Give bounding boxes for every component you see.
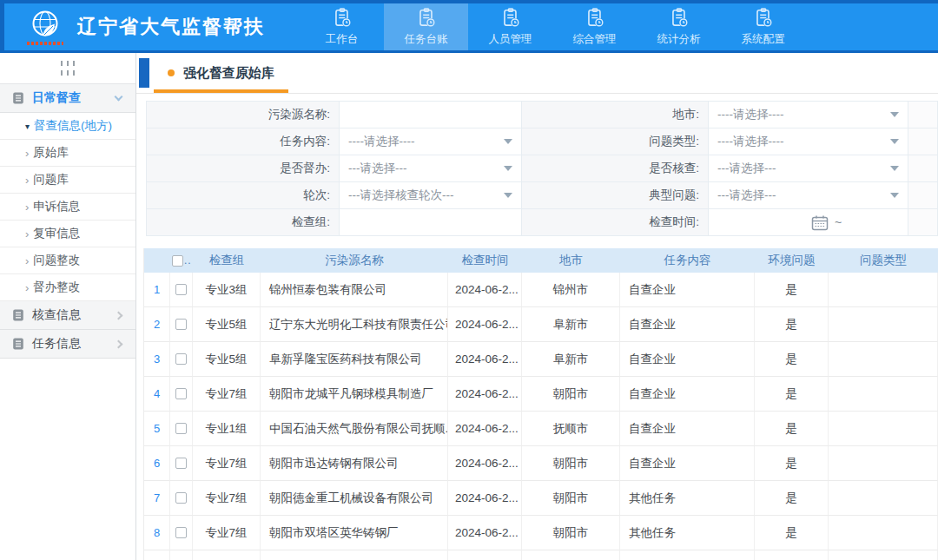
sidebar-group-verification-info[interactable]: 核查信息 [0,301,135,330]
cell-group: 专业3组 [193,273,261,307]
cell-name: 辽宁东大光明化工科技有限责任公司 [261,307,448,342]
task-content-select[interactable]: ----请选择---- [340,128,522,155]
nav-tab-workbench[interactable]: 工作台 [300,3,384,50]
nav-tab-label: 任务台账 [405,32,448,47]
cell-city: 朝阳市 [522,377,620,412]
chevron-right-icon: › [25,281,29,294]
cell-env: 是 [755,377,829,412]
cell-type [829,342,938,377]
nav-tab-personnel[interactable]: 人员管理 [468,3,552,50]
sidebar-item-raw-library[interactable]: › 原始库 [0,140,135,167]
row-checkbox[interactable] [175,353,187,365]
sidebar-item-supervise-rectify[interactable]: › 督办整改 [0,274,135,301]
cell-city: 锦州市 [522,273,620,307]
nav-tab-general-mgmt[interactable]: 综合管理 [552,3,637,50]
typical-problem-select[interactable]: ---请选择--- [709,182,908,209]
clipboard-clock-icon [752,7,775,30]
nav-tab-label: 系统配置 [742,32,785,47]
cell-name: 锦州恒泰包装有限公司 [261,273,448,307]
sidebar-collapse-button[interactable] [0,53,135,84]
cell-task: 其他任务 [620,516,755,550]
sidebar-group-daily-supervision[interactable]: 日常督查 [0,84,135,113]
cell-time: 2024-06-2... [448,342,522,377]
row-checkbox[interactable] [175,492,187,504]
cell-name: 朝阳市龙城平凡钢球模具制造厂 [261,377,448,412]
row-number: 6 [144,446,170,481]
table-row[interactable]: 3 专业5组 阜新孚隆宝医药科技有限公司 2024-06-2... 阜新市 自查… [144,342,938,377]
row-checkbox[interactable] [175,458,187,469]
cell-task: 自查企业 [620,342,755,377]
table-row[interactable]: 5 专业1组 中国石油天然气股份有限公司抚顺... 2024-06-2... 抚… [144,412,938,446]
dropdown-caret-icon [890,112,899,122]
field-label-problem-type: 问题类型: [522,128,709,155]
is-verified-select[interactable]: ---请选择--- [709,155,908,182]
sidebar-item-supervision-info-local[interactable]: ▾ 督查信息(地方) [0,113,135,140]
sidebar-item-review-info[interactable]: › 复审信息 [0,221,135,247]
inspection-time-field[interactable]: ~ [709,209,908,236]
row-checkbox[interactable] [175,388,187,399]
cell-time: 2024-06-2... [448,412,522,446]
cell-group: 专业7组 [193,446,261,481]
dropdown-caret-icon [890,139,899,148]
table-row[interactable]: 1 专业3组 锦州恒泰包装有限公司 2024-06-2... 锦州市 自查企业 … [144,273,938,307]
sidebar-item-problem-library[interactable]: › 问题库 [0,167,135,194]
cell-time: 2024-06-2... [448,377,522,412]
row-checkbox[interactable] [175,423,187,434]
sidebar-group-label: 任务信息 [32,336,81,352]
cell-env: 是 [755,481,829,516]
tab-enhanced-supervision-raw-library[interactable]: 强化督查原始库 [154,53,288,93]
col-header-city: 地市 [522,248,620,273]
row-checkbox[interactable] [175,284,187,295]
sidebar-item-appeal-info[interactable]: › 申诉信息 [0,194,135,221]
sidebar-menu: 日常督查 ▾ 督查信息(地方) › 原始库 › 问题库 › 申诉信息 › 复审信… [0,84,135,359]
cell-group: 专业1组 [193,412,261,446]
nav-tab-task-ledger[interactable]: 任务台账 [384,3,468,50]
field-label-typical-problem: 典型问题: [522,182,709,209]
calendar-icon[interactable] [811,214,829,231]
select-all-checkbox[interactable] [172,255,183,267]
table-row[interactable]: 8 专业7组 朝阳市双塔区英华铸钢厂 2024-06-2... 朝阳市 其他任务… [144,516,938,550]
cell-task: 自查企业 [620,412,755,446]
table-row[interactable]: 2 专业5组 辽宁东大光明化工科技有限责任公司 2024-06-2... 阜新市… [144,307,938,342]
city-select[interactable]: ----请选择---- [709,102,908,128]
field-label-pollution-source: 污染源名称: [147,102,340,128]
pollution-source-input[interactable] [348,104,512,125]
problem-type-select[interactable]: ----请选择---- [709,128,908,155]
sidebar-item-label: 督办整改 [33,280,80,295]
clipboard-clock-icon [415,7,438,30]
inspection-group-input[interactable] [348,212,512,233]
field-label-round: 轮次: [147,182,340,209]
cell-group: 专业7组 [193,516,261,550]
tab-active-underline [154,89,288,93]
tab-accent-bar [139,58,149,88]
app-logo [27,10,63,45]
cell-env: 是 [755,516,829,550]
table-row[interactable]: 6 专业7组 朝阳市迅达铸钢有限公司 2024-06-2... 朝阳市 自查企业… [144,446,938,481]
row-checkbox[interactable] [175,527,187,538]
cell-time: 2024-06-2... [448,446,522,481]
cell-city: 朝阳市 [522,446,620,481]
chevron-right-icon: › [25,174,29,187]
sidebar-item-label: 原始库 [33,145,69,161]
clipboard-clock-icon [331,7,353,30]
col-header-group: 检查组 [193,248,261,273]
nav-tab-statistics[interactable]: 统计分析 [637,3,721,50]
sidebar: 日常督查 ▾ 督查信息(地方) › 原始库 › 问题库 › 申诉信息 › 复审信… [0,53,136,560]
is-supervised-select[interactable]: ---请选择--- [340,155,522,182]
cell-type [829,377,938,412]
table-row[interactable]: 4 专业7组 朝阳市龙城平凡钢球模具制造厂 2024-06-2... 朝阳市 自… [144,377,938,412]
logo-caption-mark [27,42,63,45]
nav-tab-system-config[interactable]: 系统配置 [721,3,805,50]
cell-group: 专业7组 [193,377,261,412]
row-checkbox[interactable] [175,319,187,330]
sidebar-item-problem-rectify[interactable]: › 问题整改 [0,247,135,274]
row-number: 1 [144,273,170,307]
round-select[interactable]: ---请选择核查轮次--- [340,182,522,209]
table-row[interactable]: 7 专业7组 朝阳德金重工机械设备有限公司 2024-06-2... 朝阳市 其… [144,481,938,516]
row-number: 7 [144,481,170,516]
sidebar-group-task-info[interactable]: 任务信息 [0,330,135,359]
tab-bar: 强化督查原始库 [136,53,938,94]
field-label-is-verified: 是否核查: [522,155,709,182]
cell-time: 2024-06-2... [448,516,522,550]
app-title: 辽宁省大气监督帮扶 [77,14,265,40]
